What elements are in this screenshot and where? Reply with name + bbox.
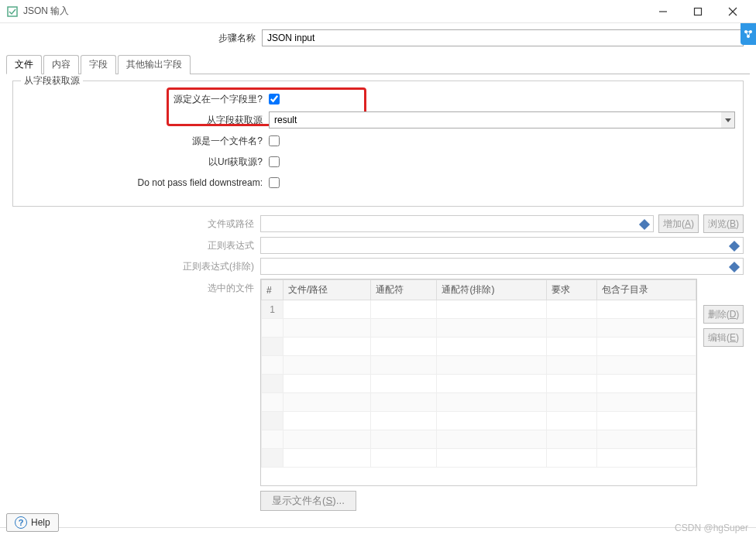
regex-exclude-input — [260, 258, 744, 275]
watermark: CSDN @hgSuper — [675, 523, 748, 533]
close-button[interactable] — [715, 0, 750, 23]
col-include-sub: 包含子目录 — [597, 280, 696, 300]
as-url-checkbox[interactable] — [269, 156, 280, 167]
step-name-label: 步骤名称 — [12, 32, 262, 45]
table-row[interactable] — [262, 412, 696, 430]
tab-bar: 文件 内容 字段 其他输出字段 — [6, 54, 750, 74]
help-icon: ? — [15, 516, 27, 529]
tab-fields[interactable]: 字段 — [81, 55, 116, 74]
col-path: 文件/路径 — [284, 280, 371, 300]
col-wildcard-exclude: 通配符(排除) — [437, 280, 547, 300]
table-row[interactable]: 1 — [262, 300, 696, 319]
app-icon — [6, 5, 19, 18]
show-filenames-button: 显示文件名(S)... — [260, 491, 356, 511]
col-wildcard: 通配符 — [370, 280, 437, 300]
edge-badge-icon[interactable] — [741, 23, 756, 45]
defined-in-field-label: 源定义在一个字段里? — [21, 93, 269, 106]
file-or-path-input — [260, 215, 654, 232]
diamond-icon — [729, 241, 740, 252]
table-row[interactable] — [262, 338, 696, 356]
source-from-field-group: 从字段获取源 源定义在一个字段里? 从字段获取源 — [12, 81, 744, 207]
regex-input — [260, 237, 744, 254]
col-required: 要求 — [547, 280, 597, 300]
combo-dropdown-icon[interactable] — [721, 111, 735, 129]
defined-in-field-checkbox[interactable] — [269, 94, 280, 105]
svg-rect-2 — [694, 8, 701, 15]
col-num: # — [262, 280, 284, 300]
maximize-button[interactable] — [680, 0, 715, 23]
diamond-icon — [729, 262, 740, 272]
no-pass-downstream-label: Do not pass field downstream: — [21, 177, 269, 188]
table-row[interactable] — [262, 319, 696, 338]
step-name-row: 步骤名称 — [0, 23, 756, 54]
source-field-combo[interactable] — [269, 111, 721, 129]
table-row[interactable] — [262, 449, 696, 468]
selected-files-label: 选中的文件 — [12, 279, 260, 295]
table-row[interactable] — [262, 430, 696, 449]
edit-button: 编辑(E) — [703, 328, 744, 347]
regex-exclude-label: 正则表达式(排除) — [12, 260, 260, 273]
file-or-path-label: 文件或路径 — [12, 218, 260, 231]
tab-other-output-fields[interactable]: 其他输出字段 — [118, 55, 191, 74]
table-row[interactable] — [262, 375, 696, 393]
diamond-icon — [639, 219, 650, 230]
window-title: JSON 输入 — [23, 5, 645, 18]
svg-rect-0 — [8, 7, 17, 16]
step-name-input[interactable] — [262, 29, 744, 46]
file-panel: 从字段获取源 源定义在一个字段里? 从字段获取源 — [6, 74, 750, 521]
get-from-field-label: 从字段获取源 — [21, 114, 269, 127]
title-bar: JSON 输入 — [0, 0, 756, 23]
tab-file[interactable]: 文件 — [6, 55, 42, 74]
delete-button: 删除(D) — [703, 305, 744, 324]
selected-files-table[interactable]: # 文件/路径 通配符 通配符(排除) 要求 包含子目录 1 — [260, 279, 697, 486]
regex-label: 正则表达式 — [12, 239, 260, 252]
help-label: Help — [31, 517, 50, 528]
browse-button: 浏览(B) — [703, 214, 744, 233]
source-group-title: 从字段获取源 — [21, 74, 83, 87]
table-row[interactable] — [262, 393, 696, 412]
add-button: 增加(A) — [658, 214, 699, 233]
is-filename-label: 源是一个文件名? — [21, 135, 269, 148]
dialog-button-bar: 确定(O) 预览(P) 取消(C) — [0, 527, 756, 538]
help-button[interactable]: ? Help — [6, 513, 59, 532]
tab-content[interactable]: 内容 — [43, 55, 79, 74]
as-url-label: 以Url获取源? — [21, 156, 269, 169]
no-pass-downstream-checkbox[interactable] — [269, 177, 280, 188]
is-filename-checkbox[interactable] — [269, 135, 280, 146]
table-row[interactable] — [262, 356, 696, 375]
minimize-button[interactable] — [645, 0, 680, 23]
